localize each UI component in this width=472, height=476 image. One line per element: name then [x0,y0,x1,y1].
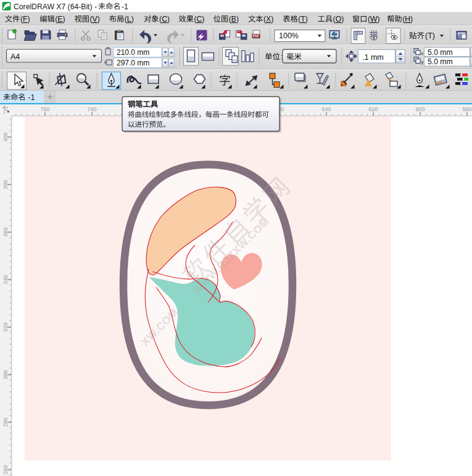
svg-text:(W): (W) [368,15,380,23]
svg-text:y: y [421,59,424,65]
svg-text:(C): (C) [159,15,170,23]
svg-text:(X): (X) [263,15,273,23]
svg-text:620: 620 [368,106,378,112]
svg-text:320: 320 [2,322,9,332]
svg-text:(B): (B) [229,15,239,23]
svg-text:.1 mm: .1 mm [362,53,384,62]
svg-text:640: 640 [321,106,331,112]
svg-text:760: 760 [40,106,49,112]
svg-text:740: 740 [87,106,96,112]
svg-text:PDF: PDF [253,34,259,38]
svg-text:400: 400 [2,132,9,141]
svg-text:100%: 100% [279,31,299,40]
svg-text:297.0 mm: 297.0 mm [117,59,149,67]
svg-text:CorelDRAW X7 (64-Bit) -: CorelDRAW X7 (64-Bit) - [14,2,97,11]
svg-text:(V): (V) [90,15,100,23]
svg-text:380: 380 [2,180,9,189]
svg-text:(T): (T) [298,15,308,23]
svg-text:x: x [421,51,424,56]
svg-text:(E): (E) [55,15,65,23]
svg-text:-1: -1 [28,93,35,102]
svg-text:360: 360 [2,227,9,236]
svg-text:(H): (H) [402,15,413,23]
svg-text:5.0 mm: 5.0 mm [428,57,453,66]
svg-text:(T): (T) [425,31,435,40]
svg-text:260: 260 [2,465,9,474]
svg-text:(L): (L) [125,15,134,23]
svg-text:A4: A4 [10,52,20,61]
svg-text:580: 580 [462,106,471,112]
svg-text:280: 280 [2,417,9,427]
svg-text:5.0 mm: 5.0 mm [428,48,453,57]
svg-text:210.0 mm: 210.0 mm [117,48,149,57]
svg-text:-1: -1 [122,2,128,11]
svg-text:600: 600 [415,106,424,112]
svg-text:340: 340 [2,275,9,284]
svg-text:(F): (F) [20,15,30,23]
svg-text:(O): (O) [333,15,344,23]
svg-text:300: 300 [2,370,9,379]
svg-text:(C): (C) [194,15,204,23]
